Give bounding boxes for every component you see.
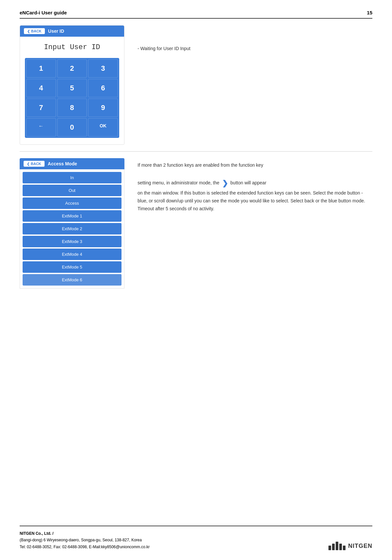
- user-id-back-button[interactable]: ❮ BACK: [24, 28, 45, 34]
- access-mode-nav: ❮ BACK Access Mode: [20, 158, 124, 169]
- numpad-key-0[interactable]: 0: [57, 118, 87, 137]
- page-title: eNCard-i User guide: [20, 10, 67, 15]
- access-desc-line2: setting menu, in administrator mode, the…: [138, 177, 372, 189]
- numpad-key-ok[interactable]: OK: [88, 118, 118, 137]
- logo-bar-1: [328, 546, 331, 550]
- numpad-key-6[interactable]: 6: [88, 79, 118, 97]
- user-id-nav: ❮ BACK User ID: [20, 26, 124, 37]
- numpad-key-5[interactable]: 5: [57, 79, 87, 97]
- footer-logo: NITGEN: [328, 542, 372, 550]
- nitgen-logo-text: NITGEN: [348, 543, 372, 550]
- page-header: eNCard-i User guide 15: [20, 10, 372, 19]
- access-mode-buttons: In Out Access ExtMode 1 ExtMode 2 ExtMod…: [20, 169, 124, 289]
- numpad-key-9[interactable]: 9: [88, 99, 118, 117]
- mode-btn-extmode3[interactable]: ExtMode 3: [23, 236, 121, 247]
- access-mode-back-label: BACK: [31, 162, 41, 166]
- section-access-mode: ❮ BACK Access Mode In Out Access ExtMode…: [20, 158, 372, 295]
- back-chevron-icon: ❮: [27, 29, 30, 33]
- mode-btn-access[interactable]: Access: [23, 197, 121, 209]
- numpad-key-4[interactable]: 4: [26, 79, 56, 97]
- section-user-id: ❮ BACK User ID Input User ID 1 2 3 4 5: [20, 25, 372, 152]
- footer-company: NITGEN Co., Ltd. /: [20, 530, 150, 537]
- footer-info: NITGEN Co., Ltd. / (Bangi-dong) 6 Wiryes…: [20, 530, 150, 550]
- logo-bar-4: [339, 544, 342, 550]
- mode-btn-extmode4[interactable]: ExtMode 4: [23, 249, 121, 260]
- access-desc-line3: on the main window. If this button is se…: [138, 189, 372, 213]
- footer-contact: Tel: 02-6488-3052, Fax: 02-6488-3098, E-…: [20, 544, 150, 550]
- mode-btn-extmode1[interactable]: ExtMode 1: [23, 210, 121, 222]
- access-mode-back-button[interactable]: ❮ BACK: [24, 161, 45, 167]
- input-user-id-label: Input User ID: [25, 43, 119, 51]
- access-mode-description: If more than 2 function keys are enabled…: [138, 158, 372, 289]
- nitgen-logo-bars: [328, 542, 345, 550]
- numpad-key-backspace[interactable]: ←: [26, 118, 56, 137]
- user-id-description: - Waiting for User ID Input: [138, 25, 372, 145]
- user-id-back-label: BACK: [31, 29, 42, 33]
- user-id-body: Input User ID 1 2 3 4 5 6 7 8 9 ← 0: [20, 37, 124, 144]
- content-area: ❮ BACK User ID Input User ID 1 2 3 4 5: [20, 25, 372, 295]
- numpad-key-2[interactable]: 2: [57, 59, 87, 78]
- mode-btn-extmode5[interactable]: ExtMode 5: [23, 261, 121, 273]
- numpad-key-1[interactable]: 1: [26, 59, 56, 78]
- logo-bar-2: [332, 544, 335, 550]
- numpad: 1 2 3 4 5 6 7 8 9 ← 0 OK: [25, 58, 119, 138]
- numpad-key-8[interactable]: 8: [57, 99, 87, 117]
- mode-btn-out[interactable]: Out: [23, 185, 121, 196]
- access-desc-line1: If more than 2 function keys are enabled…: [138, 161, 372, 169]
- user-id-description-text: - Waiting for User ID Input: [138, 46, 190, 51]
- page-number: 15: [367, 10, 372, 15]
- page-footer: NITGEN Co., Ltd. / (Bangi-dong) 6 Wiryes…: [20, 526, 372, 550]
- chevron-right-icon: ❯: [222, 177, 228, 189]
- logo-bar-5: [343, 546, 345, 550]
- page-container: eNCard-i User guide 15 ❮ BACK User ID In…: [0, 0, 392, 560]
- user-id-panel: ❮ BACK User ID Input User ID 1 2 3 4 5: [20, 25, 124, 145]
- access-mode-nav-title: Access Mode: [48, 161, 77, 166]
- mode-btn-extmode2[interactable]: ExtMode 2: [23, 223, 121, 234]
- mode-btn-extmode6[interactable]: ExtMode 6: [23, 274, 121, 286]
- mode-btn-in[interactable]: In: [23, 172, 121, 183]
- logo-bar-3: [336, 542, 338, 550]
- numpad-key-7[interactable]: 7: [26, 99, 56, 117]
- access-mode-panel: ❮ BACK Access Mode In Out Access ExtMode…: [20, 158, 124, 289]
- access-back-chevron-icon: ❮: [27, 162, 29, 166]
- user-id-nav-title: User ID: [48, 28, 64, 34]
- footer-address: (Bangi-dong) 6 Wiryeseong-daero, Songpa-…: [20, 537, 150, 543]
- numpad-key-3[interactable]: 3: [88, 59, 118, 78]
